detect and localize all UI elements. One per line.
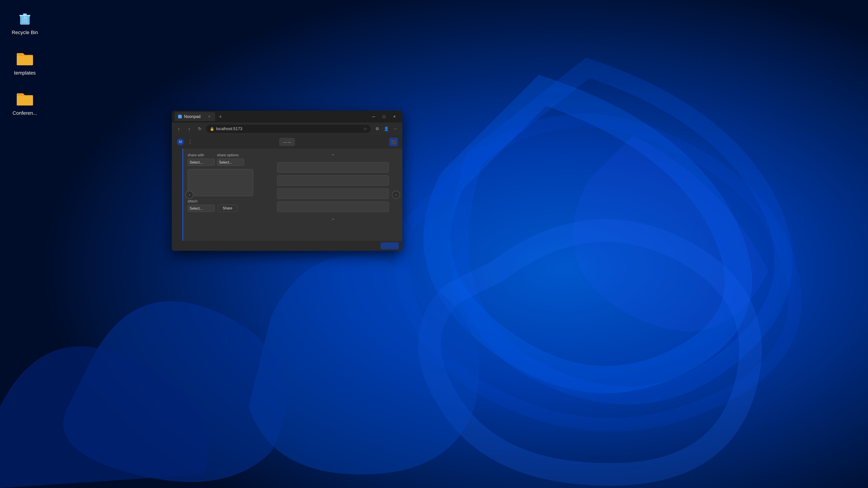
bottom-bar (172, 241, 402, 251)
desktop-icon-templates[interactable]: templates (7, 50, 43, 76)
recycle-bin-label: Recycle Bin (12, 29, 38, 36)
lock-icon: 🔒 (210, 127, 214, 131)
templates-label: templates (14, 70, 35, 76)
nav-right-button[interactable]: › (392, 191, 400, 199)
nav-left-button[interactable]: ‹ (185, 191, 193, 199)
wallpaper (0, 0, 868, 488)
app-menu-icon[interactable]: ⋮ (188, 139, 193, 145)
app-logo-icon: M (176, 138, 184, 146)
new-tab-button[interactable]: + (217, 112, 224, 121)
url-text: localhost:5173 (216, 127, 362, 131)
recycle-bin-icon (16, 9, 34, 27)
browser-toolbar: ‹ › ↻ 🔒 localhost:5173 ☆ ⚙ 👤 ⋯ (172, 123, 402, 135)
minimize-button[interactable]: ─ (368, 113, 379, 120)
sidebar (172, 149, 183, 241)
profile-button[interactable]: 👤 (382, 125, 390, 133)
right-fields: ⌃ ⌄ (268, 153, 398, 236)
desktop-icons: Recycle Bin templates Conferen... (0, 0, 50, 126)
browser-tab[interactable]: Noonpad × (175, 112, 215, 121)
templates-folder-icon (16, 50, 34, 68)
attach-label: attach (188, 199, 215, 203)
action-icon: ⬛ (391, 140, 396, 144)
share-row: share with Select... share options Selec… (188, 153, 265, 166)
field-1[interactable] (277, 162, 389, 173)
app-action-button[interactable]: ⬛ (389, 138, 398, 146)
close-button[interactable]: × (389, 113, 400, 120)
app-tab-bar: — — (279, 138, 295, 146)
content-panel: ‹ share with Select... share options (183, 149, 402, 241)
svg-text:M: M (179, 140, 182, 144)
more-button[interactable]: ⋯ (392, 125, 399, 133)
main-area: ‹ share with Select... share options (172, 149, 402, 241)
attach-select[interactable]: Select... (188, 205, 215, 212)
extensions-button[interactable]: ⚙ (373, 125, 381, 133)
left-form: share with Select... share options Selec… (188, 153, 265, 236)
back-button[interactable]: ‹ (175, 125, 183, 133)
app-tab[interactable]: — — (279, 138, 295, 146)
tab-label: Noonpad (184, 114, 205, 119)
share-options-select[interactable]: Select... (217, 159, 244, 166)
share-with-group: share with Select... (188, 153, 215, 166)
share-with-select[interactable]: Select... (188, 159, 215, 166)
app-logo: M (176, 138, 184, 146)
share-with-label: share with (188, 153, 215, 157)
conferences-folder-icon (16, 90, 34, 108)
share-options-label: share options (217, 153, 244, 157)
address-bar[interactable]: 🔒 localhost:5173 ☆ (206, 125, 371, 133)
bottom-action-button[interactable] (381, 242, 399, 249)
bookmark-icon[interactable]: ☆ (364, 126, 367, 131)
tab-indicator: — — (283, 140, 291, 144)
maximize-button[interactable]: □ (379, 113, 389, 120)
chevron-up-icon: ⌃ (331, 153, 335, 158)
toolbar-icons: ⚙ 👤 ⋯ (373, 125, 399, 133)
app-action-area: ⬛ (389, 138, 398, 146)
message-textarea[interactable] (188, 169, 253, 196)
app-header: M ⋮ — — ⬛ (172, 135, 402, 149)
field-3[interactable] (277, 188, 389, 199)
desktop-icon-conferences[interactable]: Conferen... (7, 90, 43, 117)
tab-favicon (178, 115, 182, 119)
svg-rect-7 (23, 13, 27, 15)
share-button[interactable]: Share (218, 205, 237, 212)
svg-rect-6 (20, 15, 30, 16)
scroll-down-indicator[interactable]: ⌄ (277, 216, 389, 221)
desktop-icon-recycle-bin[interactable]: Recycle Bin (7, 9, 43, 36)
forward-button[interactable]: › (185, 125, 193, 133)
attach-group: attach Select... (188, 199, 215, 212)
share-options-group: share options Select... (217, 153, 244, 166)
refresh-button[interactable]: ↻ (196, 125, 204, 133)
field-2[interactable] (277, 175, 389, 186)
tab-close-button[interactable]: × (207, 115, 212, 119)
browser-window: Noonpad × + ─ □ × ‹ › ↻ 🔒 localhost:5173… (172, 111, 402, 251)
scroll-up-indicator[interactable]: ⌃ (277, 153, 389, 159)
conferences-label: Conferen... (13, 110, 37, 117)
chevron-down-icon: ⌄ (331, 216, 335, 221)
app-content: M ⋮ — — ⬛ (172, 135, 402, 251)
window-controls: ─ □ × (368, 113, 400, 120)
field-4[interactable] (277, 201, 389, 212)
attach-row: attach Select... Share (188, 199, 265, 212)
browser-titlebar: Noonpad × + ─ □ × (172, 111, 402, 123)
